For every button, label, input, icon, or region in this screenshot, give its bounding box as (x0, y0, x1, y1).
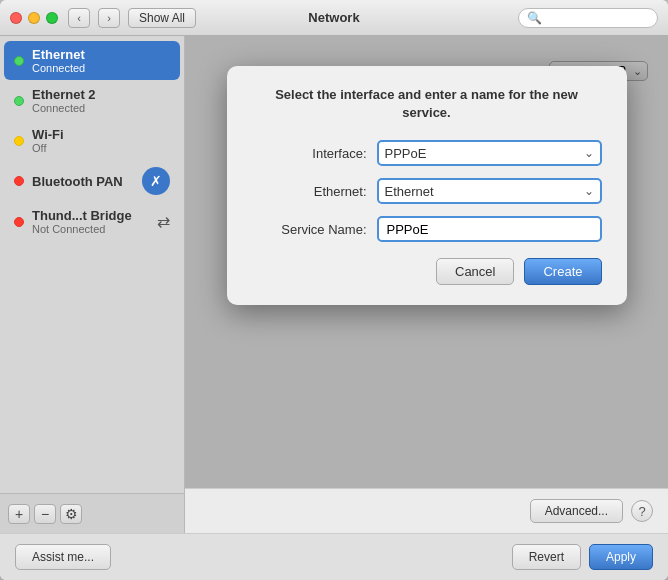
sidebar-item-thunderbolt[interactable]: Thund...t Bridge Not Connected ⇄ (4, 202, 180, 241)
sidebar-item-text-ethernet2: Ethernet 2 Connected (32, 87, 170, 114)
status-dot-wifi (14, 136, 24, 146)
sidebar-item-text-ethernet: Ethernet Connected (32, 47, 170, 74)
interface-label: Interface: (252, 146, 367, 161)
show-all-button[interactable]: Show All (128, 8, 196, 28)
settings-button[interactable]: ⚙ (60, 504, 82, 524)
ethernet-select[interactable]: Ethernet Ethernet 2 (377, 178, 602, 204)
modal-buttons: Cancel Create (252, 258, 602, 285)
help-button[interactable]: ? (631, 500, 653, 522)
arrows-icon: ⇄ (157, 212, 170, 231)
modal-overlay: Select the interface and enter a name fo… (185, 36, 668, 488)
advanced-button[interactable]: Advanced... (530, 499, 623, 523)
service-name-row: Service Name: (252, 216, 602, 242)
sidebar-item-ethernet[interactable]: Ethernet Connected (4, 41, 180, 80)
bottom-bar: Assist me... Revert Apply (0, 533, 668, 580)
apply-button[interactable]: Apply (589, 544, 653, 570)
sidebar-item-name-ethernet: Ethernet (32, 47, 170, 62)
interface-select-wrapper: PPPoE PPTP L2TP over IPSec (377, 140, 602, 166)
revert-button[interactable]: Revert (512, 544, 581, 570)
add-service-button[interactable]: + (8, 504, 30, 524)
sidebar-item-text-bluetooth: Bluetooth PAN (32, 174, 134, 189)
new-service-modal: Select the interface and enter a name fo… (227, 66, 627, 305)
service-name-input[interactable] (377, 216, 602, 242)
titlebar: ‹ › Show All Network 🔍 (0, 0, 668, 36)
sidebar-item-text-thunderbolt: Thund...t Bridge Not Connected (32, 208, 149, 235)
nav-controls: ‹ › Show All (68, 8, 196, 28)
maximize-button[interactable] (46, 12, 58, 24)
sidebar-item-ethernet2[interactable]: Ethernet 2 Connected (4, 81, 180, 120)
right-panel: as the IP Using DHCP IP Address: 172.20.… (185, 36, 668, 533)
back-button[interactable]: ‹ (68, 8, 90, 28)
sidebar-item-status-ethernet: Connected (32, 62, 170, 74)
sidebar: Ethernet Connected Ethernet 2 Connected (0, 36, 185, 533)
remove-service-button[interactable]: − (34, 504, 56, 524)
sidebar-item-wifi[interactable]: Wi-Fi Off (4, 121, 180, 160)
bluetooth-icon: ✗ (142, 167, 170, 195)
panel-bottom: Advanced... ? (185, 488, 668, 533)
status-dot-thunderbolt (14, 217, 24, 227)
sidebar-item-name-thunderbolt: Thund...t Bridge (32, 208, 149, 223)
status-dot-ethernet2 (14, 96, 24, 106)
sidebar-item-text-wifi: Wi-Fi Off (32, 127, 170, 154)
service-name-label: Service Name: (252, 222, 367, 237)
forward-button[interactable]: › (98, 8, 120, 28)
ethernet-label: Ethernet: (252, 184, 367, 199)
sidebar-item-status-wifi: Off (32, 142, 170, 154)
minimize-button[interactable] (28, 12, 40, 24)
close-button[interactable] (10, 12, 22, 24)
sidebar-item-bluetooth[interactable]: Bluetooth PAN ✗ (4, 161, 180, 201)
status-dot-bluetooth (14, 176, 24, 186)
panel-content: as the IP Using DHCP IP Address: 172.20.… (185, 36, 668, 488)
status-dot-ethernet (14, 56, 24, 66)
ethernet-row: Ethernet: Ethernet Ethernet 2 (252, 178, 602, 204)
window-title: Network (308, 10, 359, 25)
search-box[interactable]: 🔍 (518, 8, 658, 28)
assist-button[interactable]: Assist me... (15, 544, 111, 570)
sidebar-item-status-ethernet2: Connected (32, 102, 170, 114)
search-icon: 🔍 (527, 11, 542, 25)
network-window: ‹ › Show All Network 🔍 Ethernet Connecte… (0, 0, 668, 580)
interface-row: Interface: PPPoE PPTP L2TP over IPSec (252, 140, 602, 166)
sidebar-item-name-bluetooth: Bluetooth PAN (32, 174, 134, 189)
traffic-lights (10, 12, 58, 24)
create-button[interactable]: Create (524, 258, 601, 285)
sidebar-bottom: + − ⚙ (0, 493, 184, 533)
modal-title: Select the interface and enter a name fo… (252, 86, 602, 122)
main-content: Ethernet Connected Ethernet 2 Connected (0, 36, 668, 533)
sidebar-list: Ethernet Connected Ethernet 2 Connected (0, 36, 184, 493)
sidebar-item-name-ethernet2: Ethernet 2 (32, 87, 170, 102)
sidebar-item-name-wifi: Wi-Fi (32, 127, 170, 142)
ethernet-select-wrapper: Ethernet Ethernet 2 (377, 178, 602, 204)
interface-select[interactable]: PPPoE PPTP L2TP over IPSec (377, 140, 602, 166)
sidebar-item-status-thunderbolt: Not Connected (32, 223, 149, 235)
cancel-button[interactable]: Cancel (436, 258, 514, 285)
